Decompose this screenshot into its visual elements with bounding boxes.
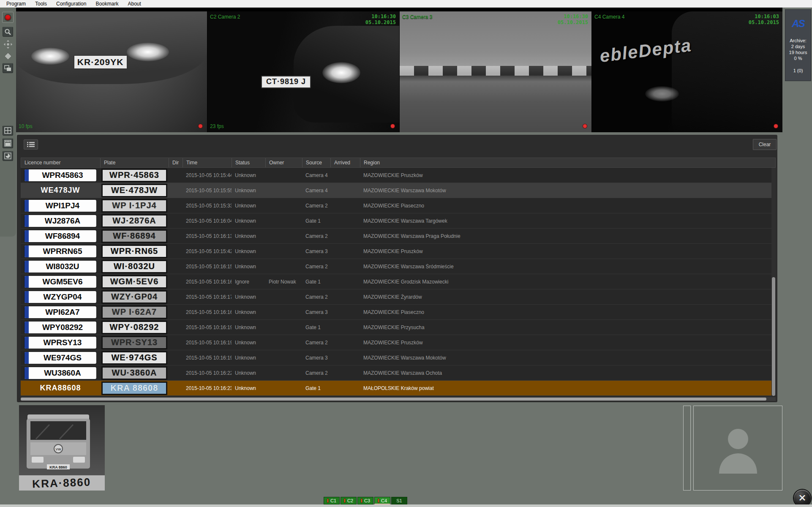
- table-row[interactable]: WI8032U WI·8032U 2015-10-05 10:16:15 Unk…: [21, 259, 776, 274]
- licence-cell: WE478JW: [21, 186, 100, 195]
- licence-number-text: WPRSY13: [29, 338, 96, 347]
- list-view-button[interactable]: [24, 139, 38, 150]
- licence-plate-badge: WPRRN65: [25, 245, 96, 257]
- table-row[interactable]: WPRSY13 WPR·SY13 2015-10-05 10:16:19 Unk…: [21, 335, 776, 350]
- plate-image-cell: WZY·GP04: [100, 290, 169, 304]
- table-row[interactable]: WPRRN65 WPR·RN65 2015-10-05 10:15:42 Unk…: [21, 244, 776, 259]
- channel-c4-button[interactable]: C4: [374, 497, 390, 504]
- server-s1-button[interactable]: S1: [391, 497, 407, 504]
- camera3-label: C3 Camera 3: [402, 14, 432, 20]
- grid-icon: [3, 125, 13, 136]
- licence-cell: WU3860A: [21, 367, 100, 379]
- source-cell: Camera 3: [302, 248, 330, 254]
- table-row[interactable]: KRA88608 KRA 88608 2015-10-05 10:16:23 U…: [21, 381, 776, 396]
- camera-view-c2[interactable]: CT·9819 J C2 Camera 2 10:16:3005.10.2015…: [207, 11, 399, 132]
- signal-bar-icon: [378, 499, 379, 503]
- menu-configuration[interactable]: Configuration: [52, 1, 91, 7]
- plate-blue-strip: [25, 352, 29, 364]
- table-row[interactable]: WJ2876A WJ·2876A 2015-10-05 10:16:04 Unk…: [21, 213, 776, 229]
- col-status[interactable]: Status: [232, 158, 266, 167]
- recording-indicator-c4: [774, 124, 778, 128]
- menu-about[interactable]: About: [123, 1, 145, 7]
- col-owner[interactable]: Owner: [266, 158, 302, 167]
- source-cell: Camera 2: [302, 233, 330, 239]
- region-cell: MAZOWIECKIE Piaseczno: [360, 203, 776, 209]
- table-row[interactable]: WE974GS WE·974GS 2015-10-05 10:16:19 Unk…: [21, 350, 776, 365]
- status-cell: Unknown: [232, 340, 265, 346]
- van-image: VW KRA 8860 KRA·8860: [19, 405, 105, 491]
- camera4-label: C4 Camera 4: [594, 14, 624, 20]
- menu-bookmark[interactable]: Bookmark: [91, 1, 123, 7]
- table-row[interactable]: WPI1PJ4 WP I·1PJ4 2015-10-05 10:15:33 Un…: [21, 198, 776, 213]
- table-row[interactable]: WPY08292 WPY·08292 2015-10-05 10:16:19 U…: [21, 320, 776, 335]
- status-cell: Unknown: [232, 188, 265, 194]
- camera3-timestamp: 10:16:3005.10.2015: [558, 14, 588, 25]
- source-cell: Gate 1: [302, 385, 330, 391]
- table-row[interactable]: WF86894 WF·86894 2015-10-05 10:16:13 Unk…: [21, 229, 776, 244]
- archive-title: Archive:: [785, 38, 811, 44]
- select-region-button[interactable]: [2, 51, 14, 62]
- licence-plate-badge: WJ2876A: [25, 215, 96, 227]
- col-plate[interactable]: Plate: [101, 158, 169, 167]
- col-arrived[interactable]: Arrived: [331, 158, 360, 167]
- plate-image-cell: WP I·1PJ4: [100, 199, 169, 213]
- channel-c2-button[interactable]: C2: [341, 497, 357, 504]
- plate-crop-image: WF·86894: [101, 229, 167, 243]
- plate-image-cell: WPY·08292: [100, 321, 169, 334]
- plate-image-cell: WPR·RN65: [100, 245, 169, 258]
- plate-blue-strip: [25, 200, 29, 212]
- filmstrip-layout-button[interactable]: [2, 138, 14, 149]
- fps-counter-c2: 23 fps: [210, 123, 224, 129]
- region-cell: MAZOWIECKIE Pruszków: [360, 248, 776, 254]
- table-row[interactable]: WU3860A WU·3860A 2015-10-05 10:16:22 Unk…: [21, 365, 776, 381]
- licence-number-text: WI8032U: [29, 262, 96, 271]
- zoom-tool-button[interactable]: [2, 26, 14, 37]
- channel-c3-button[interactable]: C3: [357, 497, 373, 504]
- grid-layout-button[interactable]: [2, 125, 14, 136]
- time-cell: 2015-10-05 10:16:22: [183, 370, 232, 376]
- svg-text:VW: VW: [56, 447, 61, 451]
- time-cell: 2015-10-05 10:16:16: [183, 279, 232, 285]
- signal-bar-icon: [344, 499, 346, 503]
- camera-view-c4[interactable]: ebleDepta C4 Camera 4 10:16:0305.10.2015: [592, 11, 782, 132]
- plate-blue-strip: [25, 245, 29, 257]
- horizontal-scrollbar-thumb[interactable]: [21, 398, 766, 401]
- table-row[interactable]: WGM5EV6 WGM·5EV6 2015-10-05 10:16:16 Ign…: [21, 274, 776, 289]
- table-row[interactable]: WPR45863 WPR·45863 2015-10-05 10:15:44 U…: [21, 168, 776, 183]
- horizontal-scrollbar[interactable]: [21, 397, 776, 401]
- clear-button[interactable]: Clear: [753, 139, 777, 150]
- detected-plate-overlay-c2: CT·9819 J: [261, 76, 311, 88]
- plate-image-cell: WE·478JW: [100, 184, 169, 197]
- table-row[interactable]: WE478JW WE·478JW 2015-10-05 10:15:55 Unk…: [21, 183, 776, 198]
- col-dir[interactable]: Dir: [169, 158, 183, 167]
- archive-playback-button[interactable]: [2, 150, 14, 161]
- detected-plate-overlay-c1: KR·209YK: [74, 55, 128, 69]
- image-settings-button[interactable]: [2, 63, 14, 74]
- channel-c1-button[interactable]: C1: [324, 497, 340, 504]
- time-cell: 2015-10-05 10:16:19: [183, 324, 232, 330]
- col-licence-number[interactable]: Licence number: [21, 158, 101, 167]
- status-cell: Unknown: [232, 172, 265, 178]
- camera-view-c1[interactable]: KR·209YK 10 fps: [16, 11, 207, 132]
- archive-hours: 19 hours: [785, 49, 811, 55]
- table-row[interactable]: WZYGP04 WZY·GP04 2015-10-05 10:16:17 Unk…: [21, 289, 776, 305]
- camera-view-c3[interactable]: C3 Camera 3 10:16:3005.10.2015: [400, 11, 591, 132]
- plate-crop-image: WP I·1PJ4: [101, 199, 167, 213]
- status-cell: Unknown: [232, 309, 265, 315]
- vertical-scrollbar-thumb[interactable]: [772, 277, 775, 396]
- col-time[interactable]: Time: [183, 158, 232, 167]
- plate-crop-image: WP I·62A7: [101, 305, 167, 319]
- licence-cell: WPI62A7: [21, 306, 100, 318]
- pan-tool-button[interactable]: [2, 39, 14, 50]
- record-button[interactable]: [2, 12, 14, 23]
- close-button[interactable]: ✕: [794, 490, 811, 507]
- menu-program[interactable]: Program: [2, 1, 30, 7]
- magnifier-icon: [3, 27, 13, 37]
- vertical-scrollbar[interactable]: [771, 168, 776, 396]
- col-region[interactable]: Region: [360, 158, 775, 167]
- plate-crop-image: WPY·08292: [101, 321, 167, 334]
- plate-blue-strip: [25, 276, 29, 288]
- table-row[interactable]: WPI62A7 WP I·62A7 2015-10-05 10:16:16 Un…: [21, 305, 776, 320]
- col-source[interactable]: Source: [302, 158, 331, 167]
- menu-tools[interactable]: Tools: [30, 1, 52, 7]
